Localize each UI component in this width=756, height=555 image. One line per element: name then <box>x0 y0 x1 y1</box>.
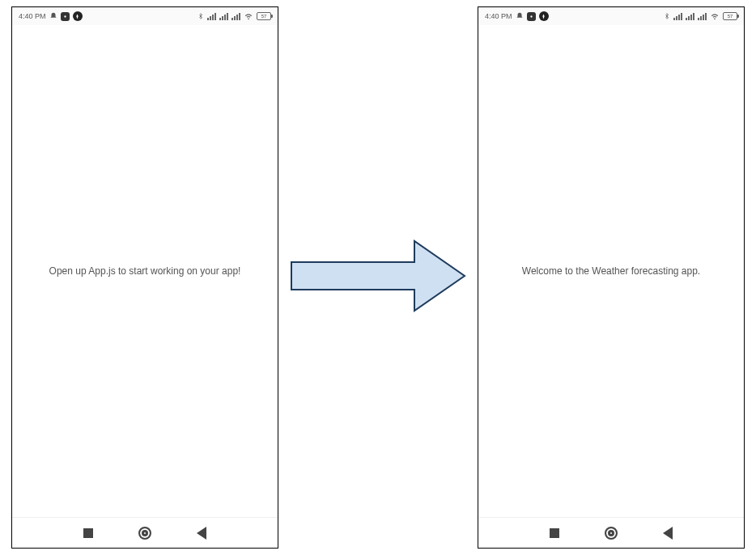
signal-bars-2-icon <box>686 13 694 20</box>
back-button[interactable] <box>197 527 206 540</box>
signal-bars-1-icon <box>207 13 216 20</box>
wifi-icon <box>710 12 720 20</box>
signal-bars-3-icon <box>698 13 707 20</box>
transition-arrow-icon <box>285 231 471 324</box>
battery-icon: 57 <box>257 12 271 20</box>
starter-message: Open up App.js to start working on your … <box>49 265 241 278</box>
recent-apps-button[interactable] <box>550 528 559 538</box>
bluetooth-icon <box>197 12 204 20</box>
comparison-container: 4:40 PM <box>0 0 756 555</box>
status-right: 57 <box>197 12 271 20</box>
welcome-message: Welcome to the Weather forecasting app. <box>522 265 700 278</box>
phone-screenshot-after: 4:40 PM <box>478 6 745 549</box>
status-bar: 4:40 PM <box>12 7 278 25</box>
status-bar: 4:40 PM <box>478 7 744 25</box>
app-badge-icon <box>73 11 83 21</box>
status-left: 4:40 PM <box>19 11 83 21</box>
svg-point-0 <box>64 15 66 17</box>
clock-time: 4:40 PM <box>485 12 512 20</box>
app-badge-icon <box>539 11 549 21</box>
wifi-icon <box>244 12 253 20</box>
camera-icon <box>527 12 536 21</box>
phone-screenshot-before: 4:40 PM <box>11 6 278 549</box>
nav-bar <box>478 517 744 548</box>
screen-content: Open up App.js to start working on your … <box>12 25 278 517</box>
home-button[interactable] <box>605 527 618 540</box>
bluetooth-icon <box>664 12 670 20</box>
ringer-silent-icon <box>49 12 57 20</box>
signal-bars-2-icon <box>219 13 228 20</box>
status-left: 4:40 PM <box>485 11 549 21</box>
signal-bars-1-icon <box>673 13 682 20</box>
status-right: 57 <box>664 12 737 20</box>
home-button[interactable] <box>138 527 151 540</box>
recent-apps-button[interactable] <box>83 528 93 538</box>
clock-time: 4:40 PM <box>19 12 46 20</box>
camera-icon <box>61 12 70 21</box>
nav-bar <box>12 517 278 548</box>
svg-point-1 <box>530 15 532 17</box>
signal-bars-3-icon <box>231 13 240 20</box>
screen-content: Welcome to the Weather forecasting app. <box>478 25 744 517</box>
ringer-silent-icon <box>516 12 524 20</box>
battery-icon: 57 <box>723 12 737 20</box>
back-button[interactable] <box>663 527 673 540</box>
